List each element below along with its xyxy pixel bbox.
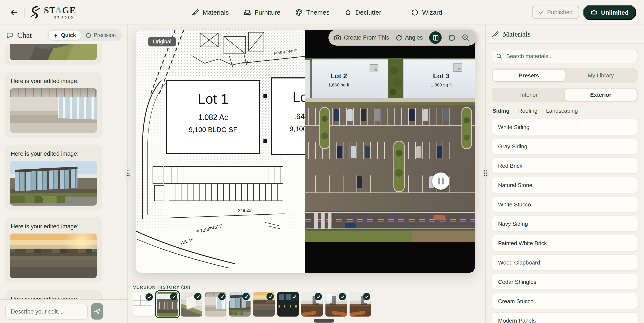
material-item-label: Modern Panels bbox=[498, 317, 536, 323]
create-from-this-button[interactable]: Create From This bbox=[334, 34, 389, 41]
quick-mode-button[interactable]: Quick bbox=[49, 30, 81, 40]
stage-studio-logo[interactable]: STAGE STUDIO bbox=[30, 5, 76, 19]
materials-search-input[interactable] bbox=[506, 52, 633, 60]
check-badge bbox=[242, 293, 250, 300]
lot2-name: Lot 2 bbox=[292, 89, 305, 105]
material-item[interactable]: Cream Stucco bbox=[492, 293, 638, 309]
tab-my-library[interactable]: My Library bbox=[565, 70, 637, 81]
lightning-icon bbox=[54, 32, 58, 38]
version-thumbnail[interactable] bbox=[181, 292, 202, 317]
send-icon bbox=[94, 308, 100, 315]
version-thumbnail[interactable] bbox=[229, 292, 250, 317]
material-item[interactable]: White Siding bbox=[492, 119, 638, 135]
original-badge: Original bbox=[148, 37, 176, 46]
unlimited-button[interactable]: Unlimited bbox=[583, 4, 636, 20]
slider-bar bbox=[438, 178, 440, 184]
precision-mode-button[interactable]: Precision bbox=[81, 30, 120, 40]
version-thumbnail[interactable] bbox=[350, 292, 371, 317]
materials-search[interactable] bbox=[492, 49, 638, 63]
edited-image-sunset[interactable] bbox=[10, 234, 97, 278]
chat-panel: Chat Quick Precision Here is your edited… bbox=[0, 24, 128, 323]
version-thumbnail[interactable] bbox=[253, 292, 275, 317]
chat-title: Chat bbox=[6, 31, 32, 40]
tab-presets[interactable]: Presets bbox=[493, 70, 565, 81]
eraser-icon bbox=[344, 8, 352, 16]
material-item[interactable]: Natural Stone bbox=[492, 177, 638, 193]
material-item[interactable]: Gray Siding bbox=[492, 138, 638, 154]
version-history-scrollbar[interactable] bbox=[314, 319, 334, 323]
edited-image-interior[interactable] bbox=[10, 88, 97, 133]
create-from-this-label: Create From This bbox=[344, 34, 389, 41]
refresh-button[interactable] bbox=[448, 34, 456, 41]
category-row: Siding Roofing Landscaping bbox=[492, 107, 638, 114]
comparison-slider-handle[interactable] bbox=[432, 172, 450, 190]
version-thumbnail[interactable] bbox=[326, 292, 347, 317]
material-item[interactable]: Wood Clapboard bbox=[492, 254, 638, 271]
rotate-icon bbox=[396, 34, 402, 41]
nav-wizard[interactable]: Wizard bbox=[411, 8, 442, 16]
message-text: Here is your edited image: bbox=[11, 78, 97, 84]
material-item[interactable]: Red Brick bbox=[492, 157, 638, 174]
published-button[interactable]: Published bbox=[532, 5, 579, 19]
top-bar: STAGE STUDIO Materials Furniture Themes … bbox=[0, 0, 644, 25]
tab-exterior[interactable]: Exterior bbox=[565, 89, 637, 101]
original-blueprint-pane: N 88°43'44" E Lot 1 1.082 Ac 9,100 BLDG … bbox=[136, 30, 305, 273]
palette-icon bbox=[295, 8, 303, 16]
back-button[interactable] bbox=[8, 6, 20, 18]
chat-message-list[interactable]: Here is your edited image: Here is your … bbox=[0, 44, 128, 301]
angles-label: Angles bbox=[405, 34, 423, 41]
version-thumbnail[interactable] bbox=[132, 292, 154, 317]
tab-interior[interactable]: Interior bbox=[493, 89, 565, 101]
slider-bar bbox=[442, 178, 444, 184]
left-resize-handle[interactable] bbox=[125, 167, 131, 179]
materials-list[interactable]: White Siding Gray Siding Red Brick Natur… bbox=[492, 119, 638, 323]
precision-mode-label: Precision bbox=[94, 32, 116, 38]
aerial-lot3-sqft: 1,880 sq ft bbox=[431, 82, 452, 87]
version-thumbnail[interactable] bbox=[205, 292, 226, 317]
nav-materials[interactable]: Materials bbox=[192, 8, 229, 16]
camera-icon bbox=[334, 34, 341, 41]
send-button[interactable] bbox=[91, 303, 103, 320]
material-item[interactable]: Cedar Shingles bbox=[492, 274, 638, 290]
category-landscaping[interactable]: Landscaping bbox=[546, 107, 578, 114]
material-item-label: Gray Siding bbox=[498, 143, 527, 149]
nav-declutter[interactable]: Declutter bbox=[344, 8, 381, 16]
version-thumbnail[interactable] bbox=[301, 292, 323, 317]
zoom-in-button[interactable] bbox=[462, 34, 469, 41]
nav-label: Materials bbox=[202, 8, 229, 16]
version-thumbnail[interactable] bbox=[277, 292, 299, 317]
version-thumbnail[interactable] bbox=[157, 292, 178, 317]
lot1-name: Lot 1 bbox=[198, 91, 228, 107]
edited-image-exterior[interactable] bbox=[10, 161, 97, 206]
material-item[interactable]: Painted White Brick bbox=[492, 235, 638, 251]
material-item[interactable]: Navy Siding bbox=[492, 216, 638, 232]
paintbrush-icon bbox=[492, 31, 499, 38]
chat-mode-toggle: Quick Precision bbox=[47, 29, 122, 41]
right-resize-handle[interactable] bbox=[482, 167, 488, 179]
split-view-button[interactable] bbox=[429, 31, 442, 44]
materials-header: Materials bbox=[486, 24, 644, 43]
material-item[interactable]: White Stucco bbox=[492, 196, 638, 213]
version-history-strip[interactable] bbox=[132, 292, 371, 317]
unlimited-label: Unlimited bbox=[601, 9, 628, 16]
image-comparison-viewer: N 88°43'44" E Lot 1 1.082 Ac 9,100 BLDG … bbox=[136, 30, 475, 273]
chat-message: Here is your edited image: bbox=[5, 217, 102, 284]
angles-button[interactable]: Angles bbox=[396, 34, 423, 41]
sofa-icon bbox=[244, 8, 251, 16]
nav-label: Themes bbox=[306, 8, 330, 16]
chat-input[interactable] bbox=[5, 304, 88, 319]
nav-label: Declutter bbox=[355, 8, 381, 16]
edited-image-aerial[interactable] bbox=[10, 44, 97, 60]
check-badge bbox=[315, 293, 322, 300]
wizard-compass-icon bbox=[411, 8, 419, 16]
nav-furniture[interactable]: Furniture bbox=[244, 8, 280, 16]
lot1-area: 1.082 Ac bbox=[198, 113, 228, 122]
nav-themes[interactable]: Themes bbox=[295, 8, 330, 16]
chat-message bbox=[5, 44, 102, 65]
chat-message: Here is your edited image: bbox=[5, 144, 102, 211]
category-siding[interactable]: Siding bbox=[492, 107, 510, 114]
category-roofing[interactable]: Roofing bbox=[518, 107, 538, 114]
grip-dots-icon bbox=[126, 170, 130, 176]
material-item[interactable]: Modern Panels bbox=[492, 312, 638, 323]
material-item-label: Red Brick bbox=[498, 162, 522, 169]
